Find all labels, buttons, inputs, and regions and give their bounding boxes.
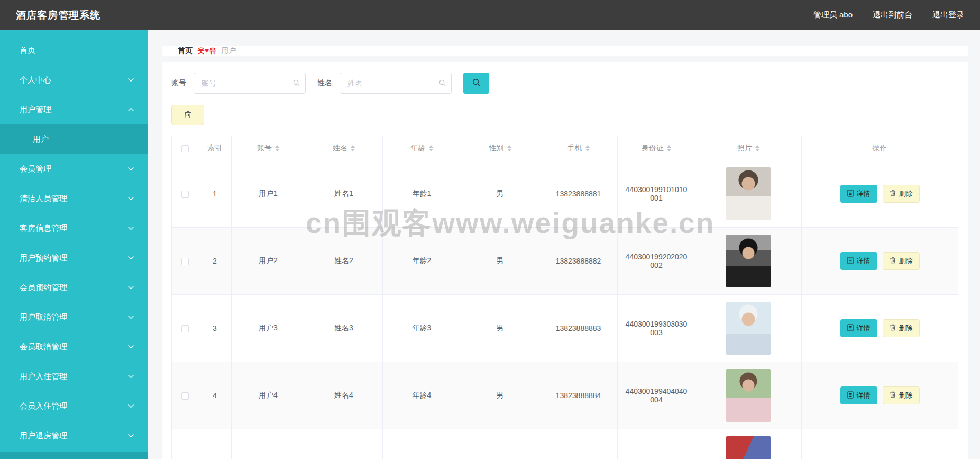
sort-icon[interactable] <box>275 145 279 151</box>
cell-index: 4 <box>198 362 232 429</box>
sidebar-item-user-checkin[interactable]: 用户入住管理 <box>0 362 148 391</box>
row-checkbox[interactable] <box>181 325 189 332</box>
cell-phone: 13823888881 <box>539 160 618 228</box>
detail-button[interactable]: 详情 <box>840 185 877 203</box>
sidebar-item-label: 用户入住管理 <box>20 372 67 382</box>
breadcrumb-home-link[interactable]: 首页 <box>178 46 193 56</box>
sidebar-item-member-checkin[interactable]: 会员入住管理 <box>0 391 148 421</box>
sidebar-item-user-cancellation[interactable]: 用户取消管理 <box>0 302 148 332</box>
sidebar-item-label: 客房信息管理 <box>20 223 67 233</box>
delete-button[interactable]: 删除 <box>883 185 920 203</box>
sidebar-item-label: 用户取消管理 <box>20 312 67 322</box>
name-input[interactable] <box>340 73 452 94</box>
sidebar-item-personal-center[interactable]: 个人中心 <box>0 65 148 95</box>
cell-name: 姓名3 <box>305 295 383 362</box>
document-icon <box>847 257 854 266</box>
cell-idcard: 440300199202020002 <box>618 228 695 295</box>
sidebar-item-home[interactable]: 首页 <box>0 35 148 65</box>
cell-idcard <box>618 429 695 459</box>
cell-gender: 男 <box>461 295 539 362</box>
sort-icon[interactable] <box>507 145 511 151</box>
chevron-down-icon <box>127 285 134 290</box>
chevron-down-icon <box>127 167 134 171</box>
user-photo <box>726 167 771 220</box>
delete-button[interactable]: 删除 <box>883 319 920 337</box>
cell-account <box>232 429 305 459</box>
row-checkbox[interactable] <box>181 258 189 265</box>
sidebar-item-user-checkout[interactable]: 用户退房管理 <box>0 421 148 451</box>
breadcrumb-separator-icon: 웃♥유 <box>197 46 216 56</box>
delete-button[interactable]: 删除 <box>883 386 920 404</box>
cell-age: 年龄3 <box>383 295 461 362</box>
sidebar-item-user-reservation[interactable]: 用户预约管理 <box>0 243 148 273</box>
main-card: 账号 姓名 <box>162 62 968 459</box>
sort-icon[interactable] <box>755 145 759 151</box>
sidebar-item-label: 用户退房管理 <box>20 431 67 441</box>
col-header-actions: 操作 <box>802 136 958 160</box>
sort-icon[interactable] <box>351 145 355 151</box>
sidebar-item-room-info-management[interactable]: 客房信息管理 <box>0 213 148 243</box>
row-checkbox[interactable] <box>181 191 189 198</box>
col-header-gender: 性别 <box>461 136 539 160</box>
cell-phone: 13823888883 <box>539 295 618 362</box>
delete-button[interactable]: 删除 <box>883 252 920 270</box>
app-window: 酒店客房管理系统 管理员 abo 退出到前台 退出登录 首页 个人中心 用户管理 <box>0 0 980 459</box>
sidebar-item-member-cancellation[interactable]: 会员取消管理 <box>0 332 148 362</box>
sidebar-item-label: 用户管理 <box>20 105 51 115</box>
sidebar-item-user-management[interactable]: 用户管理 <box>0 95 148 124</box>
cell-idcard: 440300199303030003 <box>618 295 695 362</box>
cell-account: 用户4 <box>232 362 305 429</box>
detail-button[interactable]: 详情 <box>840 319 877 337</box>
chevron-down-icon <box>127 345 134 349</box>
sidebar-item-label: 会员取消管理 <box>20 342 67 352</box>
account-input[interactable] <box>194 73 306 94</box>
sidebar-item-member-management[interactable]: 会员管理 <box>0 154 148 184</box>
trash-icon <box>890 391 896 400</box>
topbar-links: 管理员 abo 退出到前台 退出登录 <box>813 10 964 20</box>
cell-index: 1 <box>198 160 232 228</box>
search-button[interactable] <box>463 73 489 94</box>
users-table: 索引 账号 姓名 年龄 性别 手机 身份证 照片 操作 <box>171 136 958 459</box>
select-all-checkbox[interactable] <box>181 145 189 152</box>
chevron-down-icon <box>127 256 134 260</box>
chevron-down-icon <box>127 196 134 201</box>
table-row: 2 用户2 姓名2 年龄2 男 13823888882 440300199202… <box>172 228 958 295</box>
user-photo <box>726 369 771 422</box>
sidebar-item-cleaner-management[interactable]: 清洁人员管理 <box>0 184 148 213</box>
content-area: 首页 웃♥유 用户 账号 姓名 <box>148 30 980 459</box>
table-row <box>172 429 958 459</box>
sort-icon[interactable] <box>667 145 671 151</box>
chevron-down-icon <box>127 78 134 82</box>
trash-icon <box>890 190 896 198</box>
sidebar-nav: 首页 个人中心 用户管理 用户 会员管理 <box>0 30 148 459</box>
sidebar-subitem-user[interactable]: 用户 <box>0 124 148 154</box>
breadcrumb-current: 用户 <box>221 46 236 56</box>
sidebar-item-member-reservation[interactable]: 会员预约管理 <box>0 273 148 302</box>
detail-button[interactable]: 详情 <box>840 386 877 404</box>
cell-age <box>383 429 461 459</box>
cell-account: 用户1 <box>232 160 305 228</box>
cell-account: 用户2 <box>232 228 305 295</box>
document-icon <box>847 391 854 400</box>
col-header-index: 索引 <box>198 136 232 160</box>
col-header-name: 姓名 <box>305 136 383 160</box>
sidebar-item-label: 会员预约管理 <box>20 283 67 293</box>
cell-idcard: 440300199404040004 <box>618 362 695 429</box>
chevron-down-icon <box>127 226 134 230</box>
chevron-down-icon <box>127 374 134 379</box>
bulk-delete-button[interactable] <box>171 105 204 125</box>
cell-phone: 13823888884 <box>539 362 618 429</box>
document-icon <box>847 190 854 199</box>
exit-to-front-link[interactable]: 退出到前台 <box>873 10 912 20</box>
cell-age: 年龄1 <box>383 160 461 228</box>
account-input-wrap <box>194 73 306 94</box>
cell-index: 2 <box>198 228 232 295</box>
col-header-account: 账号 <box>232 136 305 160</box>
row-checkbox[interactable] <box>181 392 189 400</box>
detail-button[interactable]: 详情 <box>840 252 877 270</box>
sort-icon[interactable] <box>429 145 433 151</box>
cell-name: 姓名1 <box>305 160 383 228</box>
logout-link[interactable]: 退出登录 <box>932 10 964 20</box>
sort-icon[interactable] <box>585 145 590 151</box>
admin-user-link[interactable]: 管理员 abo <box>813 10 853 20</box>
